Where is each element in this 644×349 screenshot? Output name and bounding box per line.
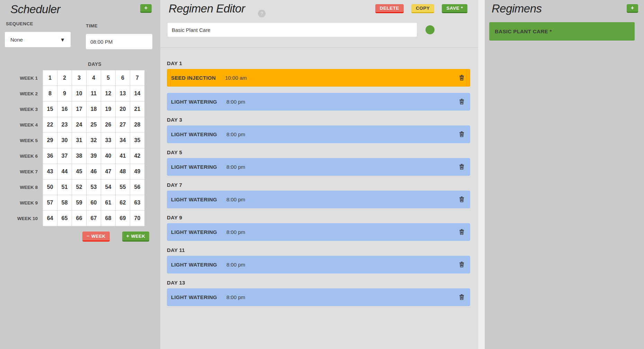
day-cell[interactable]: 32 bbox=[86, 132, 101, 148]
trash-button[interactable] bbox=[459, 75, 464, 81]
day-cell[interactable]: 39 bbox=[86, 148, 101, 164]
day-cell[interactable]: 52 bbox=[72, 179, 87, 195]
day-cell[interactable]: 51 bbox=[57, 179, 72, 195]
day-cell[interactable]: 26 bbox=[101, 117, 116, 133]
day-cell[interactable]: 13 bbox=[115, 86, 130, 102]
regimen-event-row[interactable]: LIGHT WATERING8:00 pm bbox=[167, 191, 470, 208]
day-cell[interactable]: 35 bbox=[130, 132, 145, 148]
regimen-event-row[interactable]: SEED INJECTION10:00 am bbox=[167, 69, 470, 87]
day-cell[interactable]: 17 bbox=[72, 101, 87, 117]
help-icon[interactable]: ? bbox=[258, 10, 266, 17]
day-cell[interactable]: 25 bbox=[86, 117, 101, 133]
day-cell[interactable]: 12 bbox=[101, 86, 116, 102]
trash-button[interactable] bbox=[459, 294, 464, 300]
day-cell[interactable]: 47 bbox=[101, 164, 116, 180]
day-cell[interactable]: 33 bbox=[101, 132, 116, 148]
day-cell[interactable]: 67 bbox=[86, 210, 101, 226]
day-cell[interactable]: 24 bbox=[72, 117, 87, 133]
day-cell[interactable]: 7 bbox=[130, 70, 145, 86]
day-cell[interactable]: 55 bbox=[115, 179, 130, 195]
day-cell[interactable]: 66 bbox=[72, 210, 87, 226]
day-cell[interactable]: 15 bbox=[43, 101, 57, 117]
day-cell[interactable]: 20 bbox=[115, 101, 130, 117]
day-cell[interactable]: 11 bbox=[86, 86, 101, 102]
day-cell[interactable]: 2 bbox=[57, 70, 72, 86]
day-cell[interactable]: 27 bbox=[115, 117, 130, 133]
copy-button[interactable]: COPY bbox=[411, 4, 434, 13]
day-cell[interactable]: 64 bbox=[43, 210, 57, 226]
day-cell[interactable]: 9 bbox=[57, 86, 72, 102]
delete-button[interactable]: DELETE bbox=[375, 4, 404, 13]
regimen-event-row[interactable]: LIGHT WATERING8:00 pm bbox=[167, 125, 470, 143]
regimen-event-row[interactable]: LIGHT WATERING8:00 pm bbox=[167, 223, 470, 241]
sequence-dropdown[interactable]: None ▼ bbox=[5, 32, 71, 47]
day-cell[interactable]: 53 bbox=[86, 179, 101, 195]
trash-button[interactable] bbox=[459, 164, 464, 170]
trash-button[interactable] bbox=[459, 229, 464, 235]
regimen-list-item[interactable]: BASIC PLANT CARE * bbox=[489, 22, 635, 41]
day-cell[interactable]: 23 bbox=[57, 117, 72, 133]
add-week-button[interactable]: + WEEK bbox=[122, 232, 150, 242]
day-cell[interactable]: 41 bbox=[115, 148, 130, 164]
day-label: DAY 11 bbox=[167, 247, 470, 253]
day-cell[interactable]: 46 bbox=[86, 164, 101, 180]
day-cell[interactable]: 8 bbox=[43, 86, 57, 102]
day-cell[interactable]: 36 bbox=[43, 148, 57, 164]
day-cell[interactable]: 38 bbox=[72, 148, 87, 164]
day-cell[interactable]: 60 bbox=[86, 195, 101, 211]
day-cell[interactable]: 21 bbox=[130, 101, 145, 117]
day-cell[interactable]: 63 bbox=[130, 195, 145, 211]
day-cell[interactable]: 30 bbox=[57, 132, 72, 148]
day-cell[interactable]: 43 bbox=[43, 164, 57, 180]
regimen-event-row[interactable]: LIGHT WATERING8:00 pm bbox=[167, 93, 470, 111]
day-cell[interactable]: 57 bbox=[43, 195, 57, 211]
day-cell[interactable]: 54 bbox=[101, 179, 116, 195]
scheduler-add-button[interactable]: + bbox=[140, 4, 152, 13]
trash-button[interactable] bbox=[459, 262, 464, 268]
day-cell[interactable]: 5 bbox=[101, 70, 116, 86]
day-cell[interactable]: 14 bbox=[130, 86, 145, 102]
trash-button[interactable] bbox=[459, 99, 464, 105]
day-cell[interactable]: 44 bbox=[57, 164, 72, 180]
save-button[interactable]: SAVE * bbox=[442, 4, 467, 13]
day-cell[interactable]: 6 bbox=[115, 70, 130, 86]
trash-button[interactable] bbox=[459, 197, 464, 202]
day-cell[interactable]: 18 bbox=[86, 101, 101, 117]
day-cell[interactable]: 69 bbox=[115, 210, 130, 226]
regimen-event-row[interactable]: LIGHT WATERING8:00 pm bbox=[167, 288, 470, 306]
day-cell[interactable]: 56 bbox=[130, 179, 145, 195]
day-cell[interactable]: 45 bbox=[72, 164, 87, 180]
time-input[interactable] bbox=[86, 34, 152, 49]
day-cell[interactable]: 34 bbox=[115, 132, 130, 148]
regimen-event-row[interactable]: LIGHT WATERING8:00 pm bbox=[167, 256, 470, 273]
day-cell[interactable]: 70 bbox=[130, 210, 145, 226]
regimen-name-input[interactable] bbox=[168, 23, 417, 37]
day-cell[interactable]: 29 bbox=[43, 132, 57, 148]
day-cell[interactable]: 4 bbox=[86, 70, 101, 86]
day-cell[interactable]: 68 bbox=[101, 210, 116, 226]
remove-week-button[interactable]: − WEEK bbox=[82, 232, 110, 242]
add-regimen-button[interactable]: + bbox=[627, 4, 638, 13]
day-cell[interactable]: 42 bbox=[130, 148, 145, 164]
day-cell[interactable]: 49 bbox=[130, 164, 145, 180]
day-cell[interactable]: 50 bbox=[43, 179, 57, 195]
day-cell[interactable]: 16 bbox=[57, 101, 72, 117]
day-cell[interactable]: 58 bbox=[57, 195, 72, 211]
day-cell[interactable]: 22 bbox=[43, 117, 57, 133]
day-cell[interactable]: 61 bbox=[101, 195, 116, 211]
day-cell[interactable]: 40 bbox=[101, 148, 116, 164]
regimen-color-indicator[interactable] bbox=[426, 25, 435, 34]
day-cell[interactable]: 3 bbox=[72, 70, 87, 86]
day-cell[interactable]: 37 bbox=[57, 148, 72, 164]
day-cell[interactable]: 62 bbox=[115, 195, 130, 211]
day-cell[interactable]: 10 bbox=[72, 86, 87, 102]
trash-button[interactable] bbox=[459, 131, 464, 137]
day-cell[interactable]: 19 bbox=[101, 101, 116, 117]
day-cell[interactable]: 65 bbox=[57, 210, 72, 226]
day-cell[interactable]: 59 bbox=[72, 195, 87, 211]
day-cell[interactable]: 1 bbox=[43, 70, 57, 86]
day-cell[interactable]: 48 bbox=[115, 164, 130, 180]
day-cell[interactable]: 28 bbox=[130, 117, 145, 133]
regimen-event-row[interactable]: LIGHT WATERING8:00 pm bbox=[167, 158, 470, 176]
day-cell[interactable]: 31 bbox=[72, 132, 87, 148]
